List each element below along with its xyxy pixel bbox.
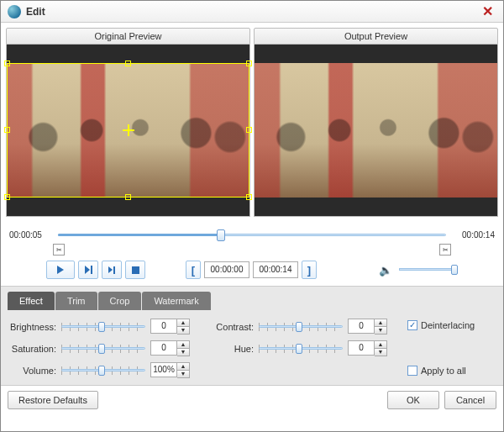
play-icon	[57, 266, 64, 274]
hue-label: Hue:	[205, 344, 254, 354]
hue-field[interactable]: 0	[348, 340, 375, 356]
saturation-field[interactable]: 0	[150, 340, 177, 356]
original-preview-header: Original Preview	[6, 28, 250, 45]
contrast-field[interactable]: 0	[348, 319, 375, 334]
checkbox-icon	[407, 320, 417, 330]
crop-handle[interactable]	[246, 194, 252, 200]
trim-end-field[interactable]: 00:00:14	[253, 261, 298, 278]
crop-center-icon[interactable]	[123, 124, 134, 136]
step-button[interactable]	[78, 261, 98, 279]
tab-crop[interactable]: Crop	[98, 292, 142, 310]
crop-handle[interactable]	[4, 127, 10, 133]
crop-handle[interactable]	[4, 194, 10, 200]
deinterlacing-checkbox[interactable]: Deinterlacing	[407, 320, 475, 330]
contrast-label: Contrast:	[205, 322, 254, 332]
crop-handle[interactable]	[246, 61, 252, 66]
contrast-slider[interactable]	[259, 321, 343, 333]
trim-start-field[interactable]: 00:00:00	[204, 261, 249, 278]
apply-all-label: Apply to all	[421, 366, 466, 376]
next-button[interactable]	[102, 261, 122, 279]
trim-end-marker[interactable]: ✂	[439, 244, 451, 256]
stop-button[interactable]	[125, 261, 145, 279]
brightness-slider[interactable]	[61, 321, 145, 333]
stop-icon	[132, 266, 139, 274]
tab-trim[interactable]: Trim	[55, 292, 97, 310]
close-icon[interactable]: ✕	[479, 3, 496, 19]
volume-stepper[interactable]: ▲▼	[177, 362, 190, 378]
original-preview[interactable]	[6, 45, 250, 217]
saturation-stepper[interactable]: ▲▼	[177, 340, 190, 356]
crop-handle[interactable]	[125, 194, 131, 200]
step-icon	[85, 266, 92, 274]
apply-all-checkbox[interactable]: Apply to all	[407, 366, 475, 376]
timeline-slider[interactable]	[58, 229, 446, 240]
hue-slider[interactable]	[259, 343, 343, 355]
volume-param-slider[interactable]	[61, 365, 145, 377]
cancel-button[interactable]: Cancel	[444, 391, 496, 409]
set-end-button[interactable]: ]	[302, 261, 317, 279]
volume-slider[interactable]	[399, 265, 458, 275]
volume-label: Volume:	[8, 366, 56, 376]
volume-icon[interactable]: 🔈	[379, 264, 392, 277]
set-start-button[interactable]: [	[186, 261, 201, 279]
brightness-label: Brightness:	[8, 322, 56, 332]
next-icon	[108, 266, 115, 274]
saturation-slider[interactable]	[61, 343, 145, 355]
brightness-field[interactable]: 0	[150, 319, 177, 334]
output-preview	[254, 45, 498, 217]
saturation-label: Saturation:	[8, 344, 56, 354]
checkbox-icon	[407, 366, 417, 376]
app-icon	[8, 5, 21, 18]
tab-watermark[interactable]: Watermark	[142, 292, 210, 310]
ok-button[interactable]: OK	[387, 391, 439, 409]
deinterlacing-label: Deinterlacing	[421, 320, 475, 330]
crop-handle[interactable]	[4, 61, 10, 66]
tab-effect[interactable]: Effect	[8, 292, 55, 310]
brightness-stepper[interactable]: ▲▼	[177, 319, 190, 335]
crop-selection[interactable]	[7, 63, 249, 198]
restore-defaults-button[interactable]: Restore Defaults	[8, 391, 98, 409]
window-title: Edit	[26, 6, 45, 18]
hue-stepper[interactable]: ▲▼	[375, 340, 387, 356]
timeline-end-time: 00:00:14	[451, 230, 495, 240]
output-preview-header: Output Preview	[254, 28, 498, 45]
crop-handle[interactable]	[246, 127, 252, 133]
timeline-start-time: 00:00:05	[9, 230, 53, 240]
trim-start-marker[interactable]: ✂	[53, 244, 65, 256]
volume-field[interactable]: 100%	[150, 362, 177, 377]
play-button[interactable]	[46, 261, 75, 279]
crop-handle[interactable]	[125, 61, 131, 66]
contrast-stepper[interactable]: ▲▼	[375, 319, 387, 335]
